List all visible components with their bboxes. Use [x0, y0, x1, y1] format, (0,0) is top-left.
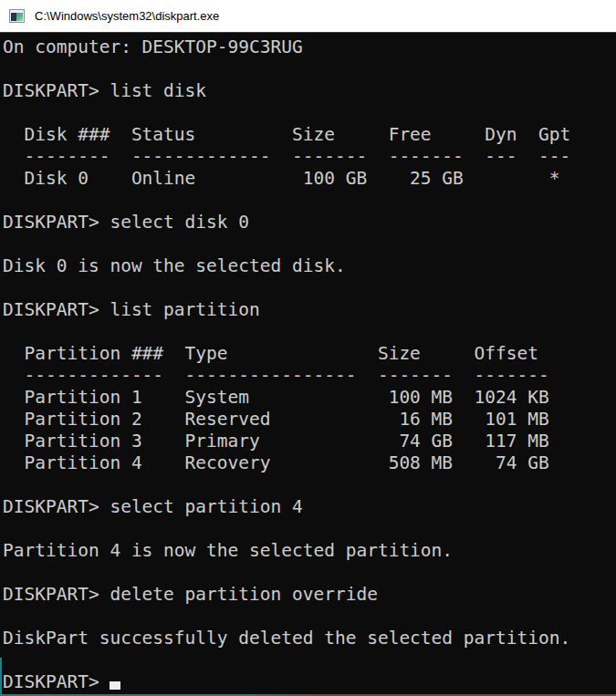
terminal-line: Partition 2 Reserved 16 MB 101 MB [3, 409, 616, 431]
terminal-line: Partition 1 System 100 MB 1024 KB [3, 387, 616, 409]
text-cursor [110, 681, 120, 690]
prompt-text: DISKPART> [3, 671, 110, 692]
terminal-line [3, 606, 616, 628]
terminal-line [3, 649, 616, 671]
terminal-line: Partition 4 Recovery 508 MB 74 GB [3, 452, 616, 474]
terminal-line: On computer: DESKTOP-99C3RUG [3, 36, 616, 58]
terminal[interactable]: On computer: DESKTOP-99C3RUGDISKPART> li… [0, 33, 616, 696]
terminal-output: On computer: DESKTOP-99C3RUGDISKPART> li… [3, 36, 616, 671]
terminal-line [3, 518, 616, 540]
terminal-line: DISKPART> select partition 4 [3, 496, 616, 518]
terminal-line: Partition ### Type Size Offset [3, 343, 616, 365]
terminal-line: Partition 4 is now the selected partitio… [3, 540, 616, 562]
terminal-line [3, 190, 616, 212]
terminal-line: DISKPART> select disk 0 [3, 212, 616, 234]
console-icon-green-pane [16, 13, 23, 21]
titlebar[interactable]: C:\Windows\system32\diskpart.exe [0, 0, 616, 33]
terminal-line: DISKPART> delete partition override [3, 584, 616, 606]
terminal-line: DISKPART> list disk [3, 80, 616, 102]
terminal-line: Disk 0 Online 100 GB 25 GB * [3, 168, 616, 190]
terminal-line [3, 562, 616, 584]
terminal-line [3, 474, 616, 496]
terminal-line [3, 321, 616, 343]
terminal-line [3, 277, 616, 299]
terminal-line: DiskPart successfully deleted the select… [3, 628, 616, 649]
window-border-accent-left [0, 658, 2, 694]
terminal-line [3, 234, 616, 255]
terminal-prompt-line[interactable]: DISKPART> [3, 671, 616, 693]
terminal-line: ------------- ---------------- ------- -… [3, 365, 616, 387]
window-title: C:\Windows\system32\diskpart.exe [35, 9, 219, 23]
terminal-line: Partition 3 Primary 74 GB 117 MB [3, 431, 616, 452]
terminal-line: DISKPART> list partition [3, 299, 616, 321]
terminal-line: Disk 0 is now the selected disk. [3, 255, 616, 277]
terminal-line [3, 58, 616, 80]
terminal-line: Disk ### Status Size Free Dyn Gpt [3, 124, 616, 146]
terminal-line: -------- ------------- ------- ------- -… [3, 146, 616, 168]
console-window: C:\Windows\system32\diskpart.exe On comp… [0, 0, 616, 696]
console-app-icon[interactable] [9, 9, 25, 23]
terminal-line [3, 102, 616, 124]
